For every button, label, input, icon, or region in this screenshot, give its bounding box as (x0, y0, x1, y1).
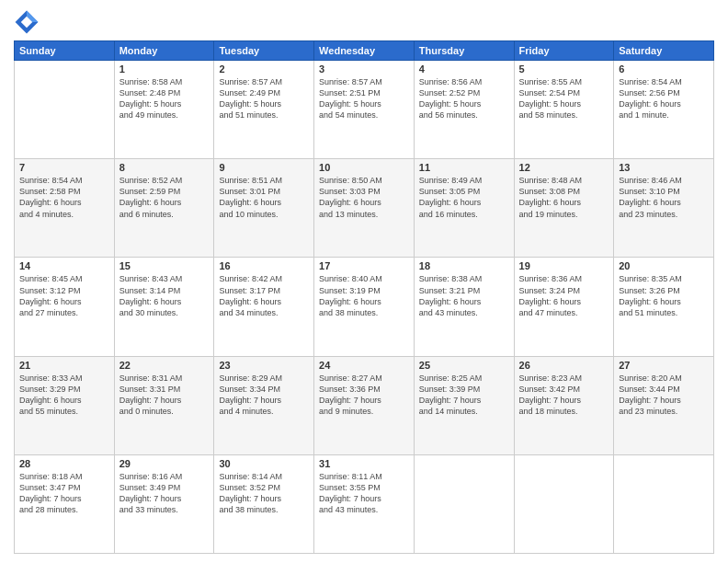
calendar-cell: 22Sunrise: 8:31 AMSunset: 3:31 PMDayligh… (114, 356, 214, 454)
page: SundayMondayTuesdayWednesdayThursdayFrid… (0, 0, 728, 563)
cell-date-number: 7 (19, 162, 109, 173)
cell-date-number: 27 (619, 360, 709, 371)
calendar-cell: 16Sunrise: 8:42 AMSunset: 3:17 PMDayligh… (214, 258, 314, 356)
calendar-cell: 19Sunrise: 8:36 AMSunset: 3:24 PMDayligh… (514, 258, 614, 356)
cell-info-text: Sunrise: 8:46 AMSunset: 3:10 PMDaylight:… (619, 175, 709, 220)
calendar-cell: 15Sunrise: 8:43 AMSunset: 3:14 PMDayligh… (114, 258, 214, 356)
calendar-header-row: SundayMondayTuesdayWednesdayThursdayFrid… (15, 41, 714, 61)
cell-date-number: 13 (619, 162, 709, 173)
cell-info-text: Sunrise: 8:48 AMSunset: 3:08 PMDaylight:… (519, 175, 609, 220)
calendar-cell: 27Sunrise: 8:20 AMSunset: 3:44 PMDayligh… (614, 356, 714, 454)
cell-info-text: Sunrise: 8:31 AMSunset: 3:31 PMDaylight:… (119, 373, 210, 418)
logo (14, 9, 43, 35)
calendar-cell: 21Sunrise: 8:33 AMSunset: 3:29 PMDayligh… (15, 356, 115, 454)
cell-info-text: Sunrise: 8:58 AMSunset: 2:48 PMDaylight:… (119, 76, 210, 121)
calendar-cell: 10Sunrise: 8:50 AMSunset: 3:03 PMDayligh… (314, 159, 415, 258)
calendar-cell (614, 454, 714, 553)
cell-info-text: Sunrise: 8:23 AMSunset: 3:42 PMDaylight:… (519, 373, 609, 418)
cell-info-text: Sunrise: 8:36 AMSunset: 3:24 PMDaylight:… (519, 273, 609, 318)
calendar-table: SundayMondayTuesdayWednesdayThursdayFrid… (14, 40, 714, 554)
calendar-cell: 6Sunrise: 8:54 AMSunset: 2:56 PMDaylight… (614, 61, 714, 159)
cell-info-text: Sunrise: 8:33 AMSunset: 3:29 PMDaylight:… (19, 373, 109, 418)
calendar-cell: 28Sunrise: 8:18 AMSunset: 3:47 PMDayligh… (15, 454, 115, 553)
calendar-cell: 31Sunrise: 8:11 AMSunset: 3:55 PMDayligh… (314, 454, 415, 553)
calendar-week-row: 7Sunrise: 8:54 AMSunset: 2:58 PMDaylight… (15, 159, 714, 258)
cell-date-number: 23 (219, 360, 309, 371)
logo-icon (14, 9, 40, 35)
cell-date-number: 3 (319, 63, 409, 75)
cell-date-number: 8 (119, 162, 210, 173)
calendar-cell: 3Sunrise: 8:57 AMSunset: 2:51 PMDaylight… (314, 61, 415, 159)
cell-info-text: Sunrise: 8:38 AMSunset: 3:21 PMDaylight:… (419, 273, 509, 318)
cell-info-text: Sunrise: 8:25 AMSunset: 3:39 PMDaylight:… (419, 373, 509, 418)
cell-date-number: 20 (619, 260, 709, 271)
calendar-weekday-thursday: Thursday (414, 41, 514, 61)
cell-info-text: Sunrise: 8:54 AMSunset: 2:56 PMDaylight:… (619, 76, 709, 121)
calendar-cell (514, 454, 614, 553)
cell-date-number: 5 (519, 63, 609, 75)
cell-info-text: Sunrise: 8:20 AMSunset: 3:44 PMDaylight:… (619, 373, 709, 418)
cell-date-number: 12 (519, 162, 609, 173)
cell-info-text: Sunrise: 8:29 AMSunset: 3:34 PMDaylight:… (219, 373, 309, 418)
cell-date-number: 4 (419, 63, 509, 75)
calendar-weekday-sunday: Sunday (15, 41, 115, 61)
cell-date-number: 28 (19, 458, 109, 469)
calendar-cell: 5Sunrise: 8:55 AMSunset: 2:54 PMDaylight… (514, 61, 614, 159)
calendar-cell: 13Sunrise: 8:46 AMSunset: 3:10 PMDayligh… (614, 159, 714, 258)
calendar-cell: 4Sunrise: 8:56 AMSunset: 2:52 PMDaylight… (414, 61, 514, 159)
calendar-cell: 18Sunrise: 8:38 AMSunset: 3:21 PMDayligh… (414, 258, 514, 356)
cell-info-text: Sunrise: 8:43 AMSunset: 3:14 PMDaylight:… (119, 273, 210, 318)
cell-date-number: 29 (119, 458, 210, 469)
calendar-cell: 29Sunrise: 8:16 AMSunset: 3:49 PMDayligh… (114, 454, 214, 553)
calendar-cell: 12Sunrise: 8:48 AMSunset: 3:08 PMDayligh… (514, 159, 614, 258)
cell-date-number: 22 (119, 360, 210, 371)
calendar-cell: 2Sunrise: 8:57 AMSunset: 2:49 PMDaylight… (214, 61, 314, 159)
cell-date-number: 2 (219, 63, 309, 75)
cell-date-number: 21 (19, 360, 109, 371)
cell-info-text: Sunrise: 8:55 AMSunset: 2:54 PMDaylight:… (519, 76, 609, 121)
cell-info-text: Sunrise: 8:42 AMSunset: 3:17 PMDaylight:… (219, 273, 309, 318)
cell-date-number: 9 (219, 162, 309, 173)
header (14, 9, 714, 35)
cell-date-number: 31 (319, 458, 409, 469)
calendar-cell: 20Sunrise: 8:35 AMSunset: 3:26 PMDayligh… (614, 258, 714, 356)
cell-info-text: Sunrise: 8:14 AMSunset: 3:52 PMDaylight:… (219, 471, 309, 516)
calendar-weekday-friday: Friday (514, 41, 614, 61)
cell-date-number: 15 (119, 260, 210, 271)
cell-info-text: Sunrise: 8:40 AMSunset: 3:19 PMDaylight:… (319, 273, 409, 318)
cell-date-number: 26 (519, 360, 609, 371)
calendar-cell: 25Sunrise: 8:25 AMSunset: 3:39 PMDayligh… (414, 356, 514, 454)
cell-info-text: Sunrise: 8:11 AMSunset: 3:55 PMDaylight:… (319, 471, 409, 516)
calendar-cell: 1Sunrise: 8:58 AMSunset: 2:48 PMDaylight… (114, 61, 214, 159)
calendar-cell: 11Sunrise: 8:49 AMSunset: 3:05 PMDayligh… (414, 159, 514, 258)
cell-date-number: 24 (319, 360, 409, 371)
cell-info-text: Sunrise: 8:35 AMSunset: 3:26 PMDaylight:… (619, 273, 709, 318)
cell-date-number: 19 (519, 260, 609, 271)
cell-date-number: 25 (419, 360, 509, 371)
calendar-cell: 30Sunrise: 8:14 AMSunset: 3:52 PMDayligh… (214, 454, 314, 553)
cell-date-number: 18 (419, 260, 509, 271)
calendar-cell: 9Sunrise: 8:51 AMSunset: 3:01 PMDaylight… (214, 159, 314, 258)
cell-info-text: Sunrise: 8:57 AMSunset: 2:51 PMDaylight:… (319, 76, 409, 121)
cell-info-text: Sunrise: 8:54 AMSunset: 2:58 PMDaylight:… (19, 175, 109, 220)
calendar-week-row: 1Sunrise: 8:58 AMSunset: 2:48 PMDaylight… (15, 61, 714, 159)
calendar-weekday-wednesday: Wednesday (314, 41, 415, 61)
cell-date-number: 17 (319, 260, 409, 271)
cell-date-number: 11 (419, 162, 509, 173)
cell-date-number: 6 (619, 63, 709, 75)
cell-info-text: Sunrise: 8:57 AMSunset: 2:49 PMDaylight:… (219, 76, 309, 121)
calendar-weekday-tuesday: Tuesday (214, 41, 314, 61)
calendar-weekday-monday: Monday (114, 41, 214, 61)
calendar-cell: 7Sunrise: 8:54 AMSunset: 2:58 PMDaylight… (15, 159, 115, 258)
cell-date-number: 14 (19, 260, 109, 271)
calendar-week-row: 21Sunrise: 8:33 AMSunset: 3:29 PMDayligh… (15, 356, 714, 454)
calendar-cell: 26Sunrise: 8:23 AMSunset: 3:42 PMDayligh… (514, 356, 614, 454)
cell-date-number: 1 (119, 63, 210, 75)
calendar-cell: 17Sunrise: 8:40 AMSunset: 3:19 PMDayligh… (314, 258, 415, 356)
cell-info-text: Sunrise: 8:56 AMSunset: 2:52 PMDaylight:… (419, 76, 509, 121)
calendar-week-row: 28Sunrise: 8:18 AMSunset: 3:47 PMDayligh… (15, 454, 714, 553)
cell-info-text: Sunrise: 8:49 AMSunset: 3:05 PMDaylight:… (419, 175, 509, 220)
cell-info-text: Sunrise: 8:16 AMSunset: 3:49 PMDaylight:… (119, 471, 210, 516)
calendar-cell: 24Sunrise: 8:27 AMSunset: 3:36 PMDayligh… (314, 356, 415, 454)
cell-date-number: 16 (219, 260, 309, 271)
